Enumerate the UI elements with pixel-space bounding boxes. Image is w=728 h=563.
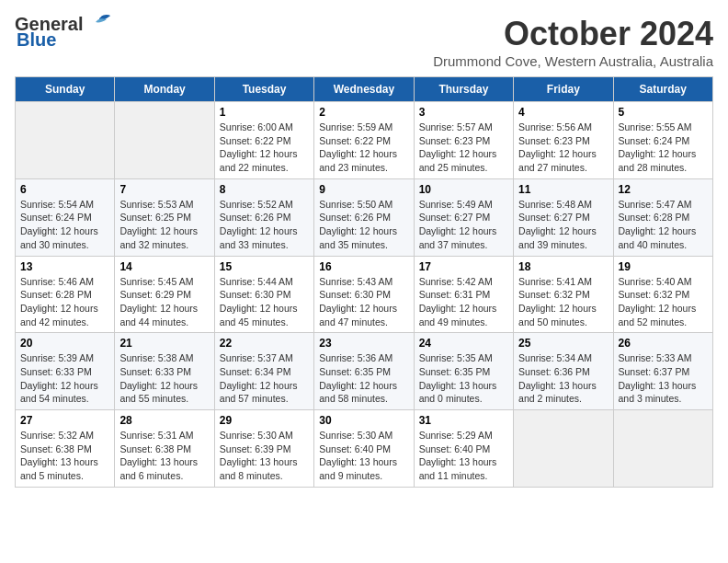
calendar-cell: 23Sunrise: 5:36 AM Sunset: 6:35 PM Dayli… <box>314 333 414 410</box>
calendar-cell: 6Sunrise: 5:54 AM Sunset: 6:24 PM Daylig… <box>16 178 115 256</box>
day-number: 18 <box>518 260 608 273</box>
logo: General Blue <box>15 15 112 51</box>
calendar-cell <box>115 102 214 179</box>
title-area: October 2024 Drummond Cove, Western Aust… <box>433 15 713 69</box>
day-info: Sunrise: 5:47 AM Sunset: 6:28 PM Dayligh… <box>619 198 708 252</box>
day-number: 27 <box>20 414 109 427</box>
day-info: Sunrise: 5:43 AM Sunset: 6:30 PM Dayligh… <box>319 275 408 329</box>
header-sunday: Sunday <box>16 77 115 102</box>
day-info: Sunrise: 5:54 AM Sunset: 6:24 PM Dayligh… <box>20 198 109 252</box>
day-number: 17 <box>419 260 508 273</box>
day-number: 19 <box>619 260 708 273</box>
day-number: 7 <box>119 183 209 196</box>
day-number: 5 <box>619 106 708 119</box>
day-info: Sunrise: 5:39 AM Sunset: 6:33 PM Dayligh… <box>20 351 109 406</box>
calendar-week-4: 20Sunrise: 5:39 AM Sunset: 6:33 PM Dayli… <box>16 333 713 410</box>
day-number: 26 <box>619 337 708 350</box>
day-info: Sunrise: 5:40 AM Sunset: 6:32 PM Dayligh… <box>619 275 708 329</box>
calendar-cell <box>16 102 115 179</box>
calendar-cell: 20Sunrise: 5:39 AM Sunset: 6:33 PM Dayli… <box>16 333 115 410</box>
day-number: 25 <box>518 337 608 350</box>
day-info: Sunrise: 5:30 AM Sunset: 6:39 PM Dayligh… <box>220 429 309 483</box>
calendar-cell: 15Sunrise: 5:44 AM Sunset: 6:30 PM Dayli… <box>214 256 313 333</box>
calendar-cell: 14Sunrise: 5:45 AM Sunset: 6:29 PM Dayli… <box>115 256 214 333</box>
day-info: Sunrise: 5:52 AM Sunset: 6:26 PM Dayligh… <box>220 198 309 252</box>
calendar-header-row: SundayMondayTuesdayWednesdayThursdayFrid… <box>16 77 713 102</box>
calendar-cell: 28Sunrise: 5:31 AM Sunset: 6:38 PM Dayli… <box>115 410 214 488</box>
day-info: Sunrise: 5:55 AM Sunset: 6:24 PM Dayligh… <box>619 121 708 175</box>
day-info: Sunrise: 5:32 AM Sunset: 6:38 PM Dayligh… <box>20 429 109 483</box>
calendar-week-2: 6Sunrise: 5:54 AM Sunset: 6:24 PM Daylig… <box>16 178 713 256</box>
calendar-cell: 10Sunrise: 5:49 AM Sunset: 6:27 PM Dayli… <box>414 178 513 256</box>
day-info: Sunrise: 5:46 AM Sunset: 6:28 PM Dayligh… <box>20 275 109 329</box>
day-number: 28 <box>119 414 209 427</box>
day-number: 12 <box>619 183 708 196</box>
location: Drummond Cove, Western Australia, Austra… <box>433 53 713 69</box>
day-number: 8 <box>220 183 309 196</box>
day-number: 16 <box>319 260 408 273</box>
day-number: 22 <box>220 337 309 350</box>
day-number: 14 <box>119 260 209 273</box>
day-info: Sunrise: 5:45 AM Sunset: 6:29 PM Dayligh… <box>119 275 209 329</box>
day-info: Sunrise: 5:34 AM Sunset: 6:36 PM Dayligh… <box>518 351 608 406</box>
day-info: Sunrise: 5:36 AM Sunset: 6:35 PM Dayligh… <box>319 351 408 406</box>
day-number: 21 <box>119 337 209 350</box>
day-info: Sunrise: 5:48 AM Sunset: 6:27 PM Dayligh… <box>518 198 608 252</box>
calendar-cell: 8Sunrise: 5:52 AM Sunset: 6:26 PM Daylig… <box>214 178 313 256</box>
day-info: Sunrise: 6:00 AM Sunset: 6:22 PM Dayligh… <box>220 121 309 175</box>
header-friday: Friday <box>514 77 613 102</box>
day-info: Sunrise: 5:57 AM Sunset: 6:23 PM Dayligh… <box>419 121 508 175</box>
calendar: SundayMondayTuesdayWednesdayThursdayFrid… <box>15 76 713 488</box>
day-number: 1 <box>220 106 309 119</box>
calendar-cell: 25Sunrise: 5:34 AM Sunset: 6:36 PM Dayli… <box>514 333 613 410</box>
header-thursday: Thursday <box>414 77 513 102</box>
day-info: Sunrise: 5:41 AM Sunset: 6:32 PM Dayligh… <box>518 275 608 329</box>
day-number: 13 <box>20 260 109 273</box>
calendar-week-3: 13Sunrise: 5:46 AM Sunset: 6:28 PM Dayli… <box>16 256 713 333</box>
calendar-cell: 27Sunrise: 5:32 AM Sunset: 6:38 PM Dayli… <box>16 410 115 488</box>
header-tuesday: Tuesday <box>214 77 313 102</box>
day-info: Sunrise: 5:33 AM Sunset: 6:37 PM Dayligh… <box>619 351 708 406</box>
calendar-cell: 3Sunrise: 5:57 AM Sunset: 6:23 PM Daylig… <box>414 102 513 179</box>
day-number: 6 <box>20 183 109 196</box>
calendar-cell: 1Sunrise: 6:00 AM Sunset: 6:22 PM Daylig… <box>214 102 313 179</box>
day-info: Sunrise: 5:59 AM Sunset: 6:22 PM Dayligh… <box>319 121 408 175</box>
day-info: Sunrise: 5:38 AM Sunset: 6:33 PM Dayligh… <box>119 351 209 406</box>
day-number: 29 <box>220 414 309 427</box>
calendar-week-1: 1Sunrise: 6:00 AM Sunset: 6:22 PM Daylig… <box>16 102 713 179</box>
calendar-cell: 4Sunrise: 5:56 AM Sunset: 6:23 PM Daylig… <box>514 102 613 179</box>
calendar-cell: 2Sunrise: 5:59 AM Sunset: 6:22 PM Daylig… <box>314 102 414 179</box>
day-number: 10 <box>419 183 508 196</box>
calendar-cell: 9Sunrise: 5:50 AM Sunset: 6:26 PM Daylig… <box>314 178 414 256</box>
day-info: Sunrise: 5:35 AM Sunset: 6:35 PM Dayligh… <box>419 351 508 406</box>
day-number: 9 <box>319 183 408 196</box>
day-number: 3 <box>419 106 508 119</box>
calendar-cell: 24Sunrise: 5:35 AM Sunset: 6:35 PM Dayli… <box>414 333 513 410</box>
calendar-week-5: 27Sunrise: 5:32 AM Sunset: 6:38 PM Dayli… <box>16 410 713 488</box>
day-number: 2 <box>319 106 408 119</box>
calendar-cell: 5Sunrise: 5:55 AM Sunset: 6:24 PM Daylig… <box>613 102 712 179</box>
day-info: Sunrise: 5:42 AM Sunset: 6:31 PM Dayligh… <box>419 275 508 329</box>
calendar-cell: 18Sunrise: 5:41 AM Sunset: 6:32 PM Dayli… <box>514 256 613 333</box>
day-info: Sunrise: 5:56 AM Sunset: 6:23 PM Dayligh… <box>518 121 608 175</box>
calendar-cell <box>514 410 613 488</box>
header-monday: Monday <box>115 77 214 102</box>
day-number: 20 <box>20 337 109 350</box>
day-info: Sunrise: 5:50 AM Sunset: 6:26 PM Dayligh… <box>319 198 408 252</box>
calendar-cell: 17Sunrise: 5:42 AM Sunset: 6:31 PM Dayli… <box>414 256 513 333</box>
calendar-cell: 12Sunrise: 5:47 AM Sunset: 6:28 PM Dayli… <box>613 178 712 256</box>
calendar-cell <box>613 410 712 488</box>
calendar-cell: 22Sunrise: 5:37 AM Sunset: 6:34 PM Dayli… <box>214 333 313 410</box>
day-info: Sunrise: 5:49 AM Sunset: 6:27 PM Dayligh… <box>419 198 508 252</box>
day-number: 4 <box>518 106 608 119</box>
calendar-cell: 16Sunrise: 5:43 AM Sunset: 6:30 PM Dayli… <box>314 256 414 333</box>
day-info: Sunrise: 5:30 AM Sunset: 6:40 PM Dayligh… <box>319 429 408 483</box>
calendar-cell: 7Sunrise: 5:53 AM Sunset: 6:25 PM Daylig… <box>115 178 214 256</box>
day-number: 30 <box>319 414 408 427</box>
calendar-cell: 29Sunrise: 5:30 AM Sunset: 6:39 PM Dayli… <box>214 410 313 488</box>
calendar-cell: 30Sunrise: 5:30 AM Sunset: 6:40 PM Dayli… <box>314 410 414 488</box>
header-wednesday: Wednesday <box>314 77 414 102</box>
day-info: Sunrise: 5:29 AM Sunset: 6:40 PM Dayligh… <box>419 429 508 483</box>
calendar-cell: 13Sunrise: 5:46 AM Sunset: 6:28 PM Dayli… <box>16 256 115 333</box>
day-number: 31 <box>419 414 508 427</box>
